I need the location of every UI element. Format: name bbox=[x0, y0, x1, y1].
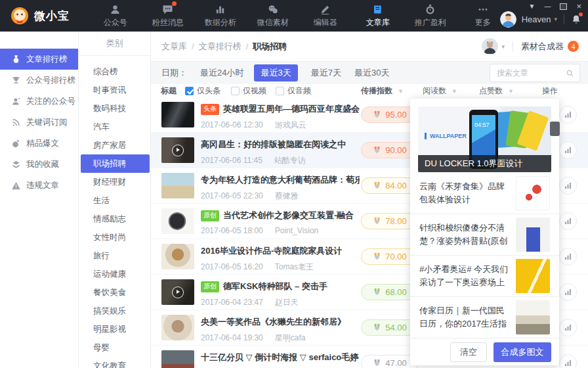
article-title[interactable]: 英雄联盟五周年—德玛西亚年度盛会！ bbox=[223, 103, 360, 115]
category-item[interactable]: 母婴 bbox=[79, 338, 150, 357]
date-filter-24h[interactable]: 最近24小时 bbox=[200, 64, 243, 81]
panel-item[interactable]: 针织和梭织傻傻分不清楚？涨姿势科普贴(原创文章) bbox=[410, 214, 559, 255]
sidebar-item-hot-articles[interactable]: 精品爆文 bbox=[0, 133, 78, 154]
category-item[interactable]: 旅行 bbox=[79, 246, 150, 265]
category-item[interactable]: 房产家居 bbox=[79, 136, 150, 154]
article-title[interactable]: 当代艺术创作之影像交互装置-融合 bbox=[223, 210, 354, 221]
category-item[interactable]: 数码科技 bbox=[79, 99, 150, 118]
sidebar-item-keyword-subscription[interactable]: 关键词订阅 bbox=[0, 112, 78, 133]
table-header: 标题 仅头条 仅视频 仅音频 传播指数▼ 阅读数▼ 点赞数▼ 操作 bbox=[151, 84, 588, 97]
search-box bbox=[490, 64, 580, 82]
category-item[interactable]: 汽车 bbox=[79, 118, 150, 136]
nav-item-fan-messages[interactable]: 粉丝消息 bbox=[151, 3, 185, 28]
date-filter-30d[interactable]: 最近30天 bbox=[354, 64, 389, 81]
search-input[interactable] bbox=[495, 68, 566, 78]
panel-item[interactable]: 云南《禾芽食集》品牌包装体验设计 bbox=[410, 172, 559, 214]
sort-caret-icon[interactable]: ▼ bbox=[508, 88, 514, 95]
category-item[interactable]: 女性时尚 bbox=[79, 228, 150, 246]
breadcrumb-bar: 文章库 / 文章排行榜 / 职场招聘 ▾ 素材合成器 4 bbox=[151, 32, 588, 62]
trend-chart-button[interactable] bbox=[559, 177, 577, 195]
sort-caret-icon[interactable]: ▼ bbox=[398, 88, 404, 95]
only-headline-checkbox[interactable] bbox=[185, 87, 194, 95]
panel-item[interactable]: #小矛看奥运# 今天我们采访了一下奥运赛场上 bbox=[410, 255, 559, 296]
minimize-button[interactable]: — bbox=[544, 3, 551, 11]
sidebar-item-my-favorites[interactable]: 我的收藏 bbox=[0, 154, 78, 175]
article-title[interactable]: 央美一等奖作品《水獭先生的新邻居》 bbox=[201, 316, 346, 328]
medal-icon bbox=[373, 288, 381, 296]
spread-index-value: 68.00 bbox=[385, 287, 407, 297]
article-title[interactable]: 2016毕业设计作品-寺院庭院家具设计 bbox=[201, 245, 342, 257]
collapse-button[interactable]: ▼ bbox=[529, 3, 536, 11]
chevron-down-icon[interactable]: ▾ bbox=[501, 43, 505, 50]
nav-item-monetization[interactable]: 推广盈利 bbox=[413, 3, 448, 28]
search-icon[interactable] bbox=[566, 69, 574, 78]
date-filter-3d-active[interactable]: 最近3天 bbox=[254, 64, 297, 81]
breadcrumb-part[interactable]: 文章库 bbox=[161, 41, 187, 53]
article-date: 2017-06-04 19:30 bbox=[201, 333, 263, 342]
mini-chart-icon bbox=[564, 182, 572, 189]
mini-chart-icon bbox=[564, 111, 572, 118]
composer-avatar[interactable] bbox=[482, 38, 498, 55]
nav-item-analytics[interactable]: 数据分析 bbox=[203, 3, 238, 28]
category-item[interactable]: 情感励志 bbox=[79, 210, 150, 228]
category-item[interactable]: 文化教育 bbox=[79, 357, 150, 368]
trend-chart-button[interactable] bbox=[559, 283, 577, 301]
category-item-active[interactable]: 职场招聘 bbox=[81, 154, 150, 173]
filter-only-audio[interactable]: 仅音频 bbox=[276, 85, 311, 97]
sidebar-item-account-ranking[interactable]: 公众号排行榜 bbox=[0, 70, 78, 91]
mini-chart-icon bbox=[564, 147, 572, 154]
sidebar-item-followed-accounts[interactable]: 关注的公众号 bbox=[0, 91, 78, 112]
trend-chart-button[interactable] bbox=[559, 106, 577, 124]
category-item[interactable]: 生活 bbox=[79, 191, 150, 210]
category-item[interactable]: 时事资讯 bbox=[79, 81, 150, 99]
trend-chart-button[interactable] bbox=[559, 319, 577, 336]
category-item[interactable]: 综合榜 bbox=[79, 62, 150, 81]
category-item[interactable]: 餐饮美食 bbox=[79, 283, 150, 302]
clear-button[interactable]: 清空 bbox=[450, 342, 487, 362]
warning-icon bbox=[11, 181, 21, 191]
breadcrumb-part[interactable]: 文章排行榜 bbox=[199, 41, 242, 53]
trend-chart-button[interactable] bbox=[559, 354, 577, 368]
sidebar-item-article-ranking[interactable]: 文章排行榜 bbox=[0, 49, 78, 70]
category-item[interactable]: 运动健康 bbox=[79, 265, 150, 283]
category-item[interactable]: 财经理财 bbox=[79, 173, 150, 191]
notifications-button[interactable] bbox=[571, 14, 581, 25]
filter-only-headline[interactable]: 仅头条 bbox=[185, 85, 220, 97]
article-title[interactable]: 十三亿分贝 ▽ 倒计时海报 ▽ serfaico毛婷 bbox=[201, 352, 358, 363]
column-spread-index[interactable]: 传播指数▼ bbox=[361, 85, 404, 97]
material-composer-button[interactable]: 素材合成器 bbox=[521, 41, 564, 53]
nav-item-article-library[interactable]: 文章库 bbox=[361, 3, 395, 28]
panel-item-banner[interactable]: WALLPAPER 04:57 DU LOCKER 1.0界面设计 bbox=[418, 106, 551, 172]
article-thumbnail bbox=[161, 173, 194, 198]
compose-multi-article-button[interactable]: 合成多图文 bbox=[494, 342, 551, 362]
article-title[interactable]: 专为年轻人打造的意大利葡萄酒品牌：萄乐 Taller bbox=[201, 174, 360, 186]
chevron-down-icon[interactable]: ▾ bbox=[554, 16, 557, 22]
only-audio-checkbox[interactable] bbox=[276, 87, 284, 95]
user-avatar[interactable] bbox=[500, 11, 516, 28]
nav-item-more[interactable]: 更多 bbox=[466, 3, 500, 28]
article-title[interactable]: 高冈昌生：好的排版被隐匿在阅读之中 bbox=[201, 139, 346, 150]
user-name[interactable]: Heaven bbox=[522, 14, 551, 24]
panel-item-title: 云南《禾芽食集》品牌包装体验设计 bbox=[419, 180, 509, 206]
date-filter-7d[interactable]: 最近7天 bbox=[311, 64, 341, 81]
only-video-checkbox[interactable] bbox=[231, 87, 240, 95]
column-likes[interactable]: 点赞数▼ bbox=[479, 85, 514, 97]
trend-chart-button[interactable] bbox=[559, 141, 577, 159]
sidebar-item-violation-articles[interactable]: 违规文章 bbox=[0, 175, 78, 196]
nav-item-editor[interactable]: 编辑器 bbox=[308, 3, 343, 28]
sort-caret-icon[interactable]: ▼ bbox=[452, 88, 457, 95]
filter-only-video[interactable]: 仅视频 bbox=[231, 85, 266, 97]
trend-chart-button[interactable] bbox=[559, 212, 577, 230]
nav-item-accounts[interactable]: 公众号 bbox=[98, 3, 133, 28]
app-logo[interactable]: 微小宝 bbox=[0, 7, 80, 25]
article-title[interactable]: 德军KSK特种部队 – 突击手 bbox=[223, 281, 327, 292]
trend-chart-button[interactable] bbox=[559, 248, 577, 265]
spread-index-value: 78.00 bbox=[385, 216, 407, 226]
maximize-button[interactable] bbox=[560, 3, 567, 10]
category-item[interactable]: 明星影视 bbox=[79, 320, 150, 338]
category-item[interactable]: 搞笑娱乐 bbox=[79, 302, 150, 320]
panel-item[interactable]: 传家日历｜新一代国民日历，你的2017生活指南 bbox=[410, 296, 559, 338]
column-reads[interactable]: 阅读数▼ bbox=[423, 85, 457, 97]
nav-item-wechat-material[interactable]: 微信素材 bbox=[256, 3, 290, 28]
close-button[interactable]: × bbox=[576, 3, 581, 11]
